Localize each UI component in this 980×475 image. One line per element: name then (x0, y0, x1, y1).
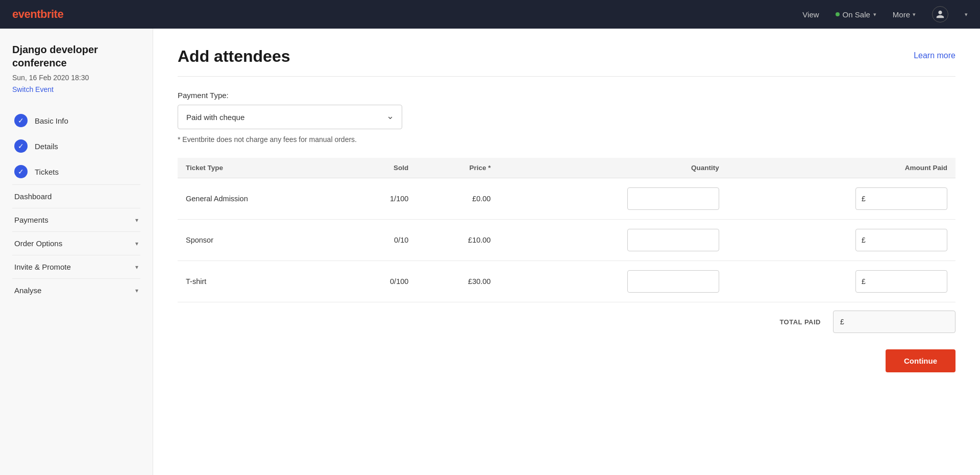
event-date: Sun, 16 Feb 2020 18:30 (12, 74, 140, 82)
more-label: More (893, 10, 910, 19)
col-quantity: Quantity (499, 158, 727, 178)
sidebar-item-label: Payments (14, 216, 48, 224)
sidebar-item-label: Details (35, 142, 58, 151)
sidebar-item-label: Dashboard (14, 192, 52, 201)
ticket-type-cell: T-shirt (178, 261, 343, 302)
sidebar: Django developer conference Sun, 16 Feb … (0, 29, 153, 475)
tickets-table: Ticket Type Sold Price * Quantity Amount… (178, 158, 955, 302)
chevron-down-icon: ▾ (135, 217, 138, 224)
eventbrite-logo: eventbrite (12, 8, 63, 21)
amount-input[interactable] (855, 270, 947, 293)
payment-type-label: Payment Type: (178, 91, 955, 100)
quantity-input[interactable] (627, 187, 719, 210)
price-cell: £0.00 (416, 178, 499, 220)
event-title: Django developer conference (12, 43, 140, 69)
fees-note: * Eventbrite does not charge any fees fo… (178, 135, 955, 144)
amount-wrapper: £ (855, 270, 947, 293)
chevron-down-icon: ▾ (913, 11, 916, 18)
switch-event-button[interactable]: Switch Event (12, 85, 54, 93)
payment-type-select-wrapper: Paid with cheque Paid at door Invoice (178, 105, 402, 129)
continue-row: Continue (178, 349, 955, 372)
view-link[interactable]: View (802, 10, 819, 19)
chevron-down-icon: ▾ (965, 11, 968, 18)
sold-cell: 0/10 (343, 220, 416, 261)
status-indicator (836, 12, 840, 16)
quantity-cell (499, 220, 727, 261)
sidebar-item-payments[interactable]: Payments ▾ (12, 208, 140, 231)
sidebar-item-label: Analyse (14, 286, 41, 295)
sidebar-item-order-options[interactable]: Order Options ▾ (12, 231, 140, 255)
amount-paid-cell: £ (727, 220, 955, 261)
currency-symbol: £ (840, 318, 844, 326)
sold-cell: 0/100 (343, 261, 416, 302)
check-icon: ✓ (14, 114, 28, 127)
sidebar-item-invite-promote[interactable]: Invite & Promote ▾ (12, 255, 140, 278)
on-sale-label: On Sale (843, 10, 870, 19)
ticket-type-cell: Sponsor (178, 220, 343, 261)
sidebar-item-label: Invite & Promote (14, 263, 71, 271)
chevron-down-icon: ▾ (135, 264, 138, 271)
col-sold: Sold (343, 158, 416, 178)
sidebar-item-dashboard[interactable]: Dashboard (12, 184, 140, 208)
check-icon: ✓ (14, 139, 28, 153)
chevron-down-icon: ▾ (135, 240, 138, 247)
main-content: Add attendees Learn more Payment Type: P… (153, 29, 980, 475)
currency-symbol: £ (862, 195, 866, 203)
chevron-down-icon: ▾ (135, 287, 138, 294)
table-header: Ticket Type Sold Price * Quantity Amount… (178, 158, 955, 178)
price-cell: £30.00 (416, 261, 499, 302)
quantity-cell (499, 261, 727, 302)
sidebar-item-label: Order Options (14, 239, 62, 248)
price-cell: £10.00 (416, 220, 499, 261)
sidebar-item-label: Tickets (35, 168, 59, 176)
total-amount-wrapper: £ (833, 311, 955, 333)
sidebar-navigation: ✓ Basic Info ✓ Details ✓ Tickets Dashboa… (12, 108, 140, 302)
col-price: Price * (416, 158, 499, 178)
sidebar-item-label: Basic Info (35, 116, 68, 125)
sidebar-item-analyse[interactable]: Analyse ▾ (12, 278, 140, 302)
ticket-type-cell: General Admission (178, 178, 343, 220)
amount-paid-cell: £ (727, 178, 955, 220)
more-button[interactable]: More ▾ (893, 10, 916, 19)
page-title: Add attendees (178, 47, 290, 66)
amount-input[interactable] (855, 187, 947, 210)
main-header: Add attendees Learn more (178, 47, 955, 77)
learn-more-link[interactable]: Learn more (914, 51, 955, 60)
payment-type-section: Payment Type: Paid with cheque Paid at d… (178, 91, 955, 144)
check-icon: ✓ (14, 165, 28, 178)
total-amount-input[interactable] (833, 311, 955, 333)
col-amount-paid: Amount Paid (727, 158, 955, 178)
table-row: General Admission 1/100 £0.00 £ (178, 178, 955, 220)
sidebar-item-tickets[interactable]: ✓ Tickets (12, 159, 140, 184)
table-row: T-shirt 0/100 £30.00 £ (178, 261, 955, 302)
continue-button[interactable]: Continue (886, 349, 955, 372)
quantity-input[interactable] (627, 270, 719, 293)
table-header-row: Ticket Type Sold Price * Quantity Amount… (178, 158, 955, 178)
sidebar-item-details[interactable]: ✓ Details (12, 133, 140, 159)
chevron-down-icon: ▾ (873, 11, 876, 18)
currency-symbol: £ (862, 236, 866, 244)
amount-wrapper: £ (855, 229, 947, 251)
topnav-right-section: View On Sale ▾ More ▾ ▾ (802, 6, 968, 22)
table-row: Sponsor 0/10 £10.00 £ (178, 220, 955, 261)
amount-wrapper: £ (855, 187, 947, 210)
total-label: TOTAL PAID (779, 318, 821, 326)
on-sale-button[interactable]: On Sale ▾ (836, 10, 876, 19)
sidebar-item-basic-info[interactable]: ✓ Basic Info (12, 108, 140, 133)
top-navigation: eventbrite View On Sale ▾ More ▾ ▾ (0, 0, 980, 29)
amount-paid-cell: £ (727, 261, 955, 302)
currency-symbol: £ (862, 277, 866, 286)
col-ticket-type: Ticket Type (178, 158, 343, 178)
sold-cell: 1/100 (343, 178, 416, 220)
quantity-input[interactable] (627, 229, 719, 251)
payment-type-select[interactable]: Paid with cheque Paid at door Invoice (178, 105, 402, 129)
user-avatar[interactable] (932, 6, 948, 22)
amount-input[interactable] (855, 229, 947, 251)
table-body: General Admission 1/100 £0.00 £ (178, 178, 955, 302)
total-row: TOTAL PAID £ (178, 302, 955, 341)
quantity-cell (499, 178, 727, 220)
main-layout: Django developer conference Sun, 16 Feb … (0, 29, 980, 475)
